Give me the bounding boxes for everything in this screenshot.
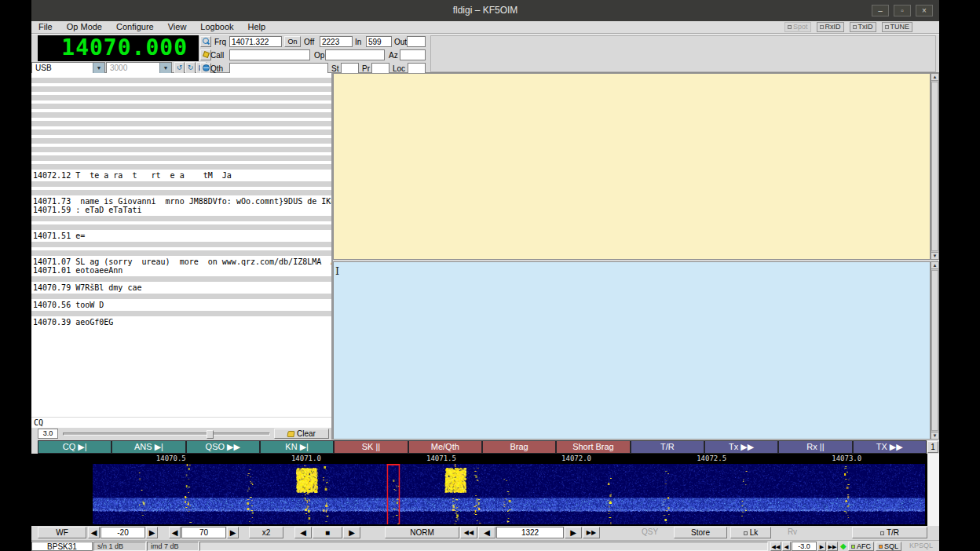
browser-row-empty[interactable] [31,85,331,93]
macro-button-t-r[interactable]: T/R [631,440,704,454]
browser-row-empty[interactable] [31,180,331,188]
browser-row-empty[interactable] [31,102,331,111]
menu-configure[interactable]: Configure [109,21,161,33]
az-input[interactable] [400,49,426,60]
carrier-down-button[interactable]: ◀ [478,527,495,538]
wf-speed-button[interactable]: NORM [385,527,459,538]
browser-row-empty[interactable] [31,162,331,171]
browser-row-empty[interactable] [31,137,331,145]
squelch-slider-thumb[interactable] [207,430,214,439]
browser-row-empty[interactable] [31,275,331,283]
browser-row[interactable]: 14070.39 aeoGf0EG [31,318,331,327]
browser-row-empty[interactable] [31,309,331,318]
tx-scrollbar[interactable]: ▲ ▼ [931,261,939,440]
restore-defaults-button[interactable]: ↻ [185,62,196,74]
tx-scrollbar-thumb[interactable] [931,270,938,431]
waterfall-ruler[interactable]: 14070.514071.014071.514072.014072.514073… [93,454,925,464]
macro-button-ans[interactable]: ANS ▶| [112,440,185,454]
wf-shift-left-button[interactable]: ◀ [294,527,312,538]
browser-row[interactable]: 14070.56 tooW D [31,301,331,309]
signal-range-dec-button[interactable]: ◀ [169,527,181,538]
chevron-down-icon[interactable]: ▼ [93,63,104,73]
macro-button-short-brag[interactable]: Short Brag [556,440,630,454]
browser-row-empty[interactable] [31,119,331,128]
carrier-down-fast-button[interactable]: ◀◀ [460,527,477,538]
signal-range-inc-button[interactable]: ▶ [227,527,239,538]
call-input[interactable] [229,49,310,60]
qrz-lookup-button[interactable] [200,36,211,47]
browser-row[interactable]: 14071.73 name is Giovanni mrno JM88DVfo:… [31,197,331,206]
browser-row-empty[interactable] [31,93,331,102]
sql-toggle[interactable]: SQL [876,542,901,551]
menu-view[interactable]: View [161,21,194,33]
tx-text-pane[interactable]: I [333,261,931,440]
macro-button-kn[interactable]: KN ▶| [260,440,334,454]
st-input[interactable] [341,63,359,74]
map-lookup-button[interactable] [200,63,211,74]
wf-shift-right-button[interactable]: ▶ [343,527,360,538]
macro-button-tx[interactable]: Tx ▶▶ [704,440,778,454]
rx-scrollbar-thumb[interactable] [931,82,938,251]
macro-button-sk[interactable]: SK || [334,440,408,454]
off-input[interactable] [320,36,353,47]
browser-row-empty[interactable] [31,292,331,301]
macro-button-brag[interactable]: Brag [482,440,556,454]
browser-row[interactable]: 14071.07 SL ag (sorry ureau) more on www… [31,257,331,266]
macro-button-tx2[interactable]: TX ▶▶ [853,440,927,454]
browser-row-empty[interactable] [31,111,331,119]
seek-text-row[interactable]: CQ [31,417,331,428]
squelch-slider[interactable] [63,432,270,436]
tune-toggle[interactable]: TUNE [882,22,913,32]
in-input[interactable] [366,36,392,47]
browser-row[interactable]: 14070.79 W7RšBl dmy cae [31,283,331,292]
upper-signal-inc-button[interactable]: ▶ [146,527,158,538]
maximize-button[interactable]: ▫ [894,5,911,16]
browser-row-empty[interactable] [31,214,331,223]
browser-row-empty[interactable] [31,188,331,197]
loc-input[interactable] [408,63,426,74]
on-button[interactable]: On [284,36,301,47]
browser-row-empty[interactable] [31,240,331,249]
rx-text-pane[interactable] [333,73,931,260]
scroll-down-icon[interactable]: ▼ [931,252,938,259]
lock-toggle[interactable]: Lk [730,527,771,538]
out-input[interactable] [407,36,426,47]
rxid-toggle[interactable]: RxID [817,22,844,32]
scroll-down-icon[interactable]: ▼ [931,432,938,439]
menu-logbook[interactable]: Logbook [193,21,240,33]
browser-row-empty[interactable] [31,145,331,154]
titlebar[interactable]: fldigi – KF5OIM – ▫ × [31,0,939,21]
pr-input[interactable] [371,63,389,74]
browser-row[interactable]: 14071.51 e= [31,232,331,240]
mode-selector[interactable]: BPSK31 [31,542,93,551]
rx-scrollbar[interactable]: ▲ ▼ [931,73,939,260]
txrx-toggle[interactable]: T/R [852,527,927,538]
minimize-button[interactable]: – [872,5,889,16]
browser-row-empty[interactable] [31,223,331,232]
zoom-button[interactable]: x2 [249,527,283,538]
signal-browser[interactable]: 14072.12 T te a ra t rt e a tM Ja14071.7… [31,73,333,440]
browser-row[interactable]: 14072.12 T te a ra t rt e a tM Ja [31,171,331,180]
menu-file[interactable]: File [31,21,60,33]
clear-log-fields-button[interactable] [200,49,211,60]
macro-button-cq[interactable]: CQ ▶| [38,440,112,454]
macro-set-button[interactable]: 1 [927,441,938,453]
chevron-down-icon[interactable]: ▼ [159,63,171,73]
browser-row[interactable]: 14071.59 : eTaD eTaTati [31,206,331,214]
scroll-up-icon[interactable]: ▲ [931,74,938,81]
browser-row-empty[interactable] [31,154,331,162]
browser-row-empty[interactable] [31,128,331,137]
browser-row[interactable]: 14071.01 eotoaeeAnn [31,266,331,275]
browser-clear-button[interactable]: Clear [274,429,329,439]
afc-toggle[interactable]: AFC [848,542,874,551]
qth-input[interactable] [229,63,328,74]
afc-offset-down-button[interactable]: ◀ [782,542,791,551]
reset-filter-button[interactable]: ↺ [174,62,185,74]
macro-button-rx[interactable]: Rx || [778,440,852,454]
txid-toggle[interactable]: TxID [850,22,876,32]
afc-offset-up-button[interactable]: ▶ [817,542,826,551]
menu-op-mode[interactable]: Op Mode [60,21,109,33]
macro-button-qso[interactable]: QSO ▶▶ [186,440,260,454]
waterfall-canvas[interactable] [93,464,925,524]
carrier-up-fast-button[interactable]: ▶▶ [583,527,600,538]
